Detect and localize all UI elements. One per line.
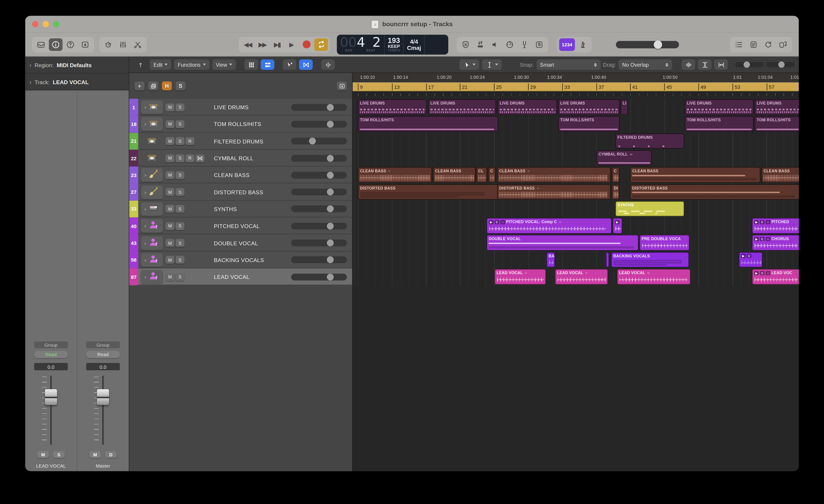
track-volume-slider[interactable] [291, 206, 347, 213]
count-in-button[interactable]: 1234 [559, 38, 575, 50]
solo-button[interactable]: S [176, 256, 185, 264]
secondary-tool-menu[interactable] [482, 59, 502, 70]
track-volume-slider[interactable] [291, 240, 347, 246]
mute-button[interactable]: M [166, 171, 175, 179]
play-icon[interactable]: ▶ [741, 254, 746, 258]
region-clean-bass[interactable]: CLEAN BASS [433, 167, 476, 182]
play-icon[interactable]: ▶ [754, 237, 759, 241]
track-volume-knob[interactable] [327, 240, 334, 246]
track-header-clean-bass[interactable]: 23›MSCLEAN BASS [129, 166, 352, 183]
region-inspector-row[interactable]: › Region: MIDI Defaults [25, 56, 129, 74]
group-button[interactable]: Group [86, 342, 120, 349]
track-volume-knob[interactable] [327, 256, 334, 263]
comp-badge[interactable]: C [760, 237, 765, 241]
region-synths[interactable]: SYNTHS [615, 201, 684, 217]
track-volume-slider[interactable] [291, 138, 347, 145]
region-filtered-drums[interactable]: FILTERED DRUMS [615, 133, 684, 149]
region-clean-bass[interactable]: CLEAN BASS○ [497, 167, 611, 182]
mute-button[interactable]: M [37, 451, 49, 458]
track-volume-knob[interactable] [327, 121, 334, 128]
bar-ruler-cycle-band[interactable]: 9131721252933374145495357 [353, 82, 799, 91]
notes-icon[interactable] [747, 38, 760, 50]
fader-knob[interactable] [45, 389, 57, 405]
track-disclosure-button[interactable]: › [141, 202, 163, 216]
region-lead-vocal[interactable]: LEAD VOCAL○ [494, 269, 546, 284]
track-volume-slider[interactable] [291, 188, 347, 196]
track-volume-slider[interactable] [291, 273, 347, 280]
region-live-drums[interactable]: LIVE DRUMS [558, 99, 620, 115]
region-live-drums[interactable]: LIVE DRUMS [358, 99, 427, 115]
lcd-display[interactable]: 004 2 BAR BEAT 193 KEEP TEMPO 4/4 Cmaj [337, 34, 448, 54]
vertical-autozoom-icon[interactable] [698, 59, 712, 70]
region-clip[interactable]: ▶ [613, 218, 622, 233]
region-distorted-bass[interactable]: DISTORTED BASS [630, 184, 799, 200]
region-live-drums[interactable]: LIVE DRUMS [428, 99, 496, 115]
region-cymbal-roll[interactable]: CYMBAL ROLL∞ [597, 150, 651, 166]
region-clean-bass[interactable]: CLEAN BASS○ [358, 167, 432, 182]
track-volume-knob[interactable] [327, 223, 334, 229]
media-browser-icon[interactable] [776, 38, 790, 50]
solo-button[interactable]: S [176, 154, 185, 162]
automation-mode-button[interactable]: Read [34, 351, 68, 358]
pointer-tool-menu[interactable] [459, 59, 480, 70]
catch-playhead-icon[interactable] [133, 59, 147, 70]
track-volume-knob[interactable] [327, 172, 334, 178]
track-lanes[interactable]: LIVE DRUMSLIVE DRUMSLIVE DRUMSLIVE DRUMS… [353, 99, 799, 286]
stop-to-end-button[interactable]: ▶▮ [270, 38, 284, 50]
automation-mode-button[interactable]: Read [86, 351, 120, 358]
region-live-drums[interactable]: LIVE DRUMS [498, 99, 557, 115]
lcd-chevron-icon[interactable] [425, 34, 430, 54]
titlebar[interactable]: ♪ bouncrrr setup - Tracks [25, 16, 799, 32]
metronome-icon[interactable] [576, 38, 590, 50]
toolbar-toggle-icon[interactable] [78, 38, 92, 50]
track-header-filtered-drums[interactable]: 21MSRFILTERED DRUMS [129, 133, 352, 150]
region-pitched[interactable]: ▶C∴PITCHED [752, 218, 799, 233]
edit-menu[interactable]: Edit [150, 59, 172, 70]
volume-knob[interactable] [654, 40, 662, 49]
track-disclosure-button[interactable]: › [141, 101, 163, 114]
record-button[interactable] [300, 38, 313, 50]
mute-button[interactable]: M [166, 256, 175, 264]
track-volume-slider[interactable] [291, 121, 347, 128]
mute-button[interactable]: M [166, 205, 175, 213]
track-disclosure-button[interactable]: › [141, 236, 163, 250]
forward-button[interactable]: ▶▶ [255, 38, 269, 50]
mute-button[interactable]: M [166, 273, 175, 281]
list-editors-icon[interactable] [732, 38, 746, 50]
add-track-button[interactable]: + [134, 82, 145, 91]
freeze-icon[interactable] [196, 154, 204, 162]
drag-dropdown[interactable]: No Overlap [618, 59, 672, 70]
region-c[interactable]: C [612, 167, 620, 182]
track-header-double-vocal[interactable]: 43›MSDOUBLE VOCAL [129, 235, 352, 252]
region-distorted-bass[interactable]: DISTORTED BASS [358, 184, 498, 200]
solo-button[interactable]: S [176, 205, 185, 213]
track-volume-knob[interactable] [327, 273, 334, 280]
punch-in-out-icon[interactable] [474, 38, 487, 50]
region-clean-bass[interactable]: CLEAN BASS [761, 167, 799, 182]
cycle-button[interactable] [314, 38, 328, 50]
track-volume-knob[interactable] [327, 188, 334, 196]
view-menu[interactable]: View [212, 59, 236, 70]
track-header-synths[interactable]: 33›MSSYNTHS [129, 201, 352, 218]
region-tom-rolls-hits[interactable]: TOM ROLLS/HITS [558, 116, 620, 132]
lcd-tempo[interactable]: 193 KEEP TEMPO [385, 34, 404, 54]
region-clean-bass[interactable]: CLEAN BASS [630, 167, 760, 182]
region-chorus[interactable]: ▶C∴CHORUS [752, 235, 799, 250]
track-volume-slider[interactable] [291, 155, 347, 161]
track-header-live-drums[interactable]: 1›MSLIVE DRUMS [129, 99, 352, 116]
region-distorted-bass[interactable]: DISTORTED BASS○ [497, 184, 611, 200]
track-panel-options-icon[interactable] [337, 82, 347, 91]
hide-tracks-button[interactable]: H [162, 82, 172, 91]
mute-button[interactable]: M [166, 103, 175, 111]
region-lead-vocal[interactable]: LEAD VOCAL○ [555, 269, 608, 284]
lcd-key-signature[interactable]: 4/4 Cmaj [404, 34, 425, 54]
solo-button[interactable]: S [176, 120, 185, 128]
mute-button[interactable]: M [166, 222, 175, 230]
mute-button[interactable]: M [166, 154, 175, 162]
fader-knob[interactable] [97, 389, 109, 405]
flex-icon[interactable]: ∴ [765, 237, 770, 241]
play-icon[interactable]: ▶ [754, 220, 759, 224]
mixer-icon[interactable] [116, 38, 130, 50]
loop-browser-icon[interactable] [761, 38, 775, 50]
region-pre-double-voca[interactable]: PRE DOUBLE VOCA [639, 235, 690, 250]
